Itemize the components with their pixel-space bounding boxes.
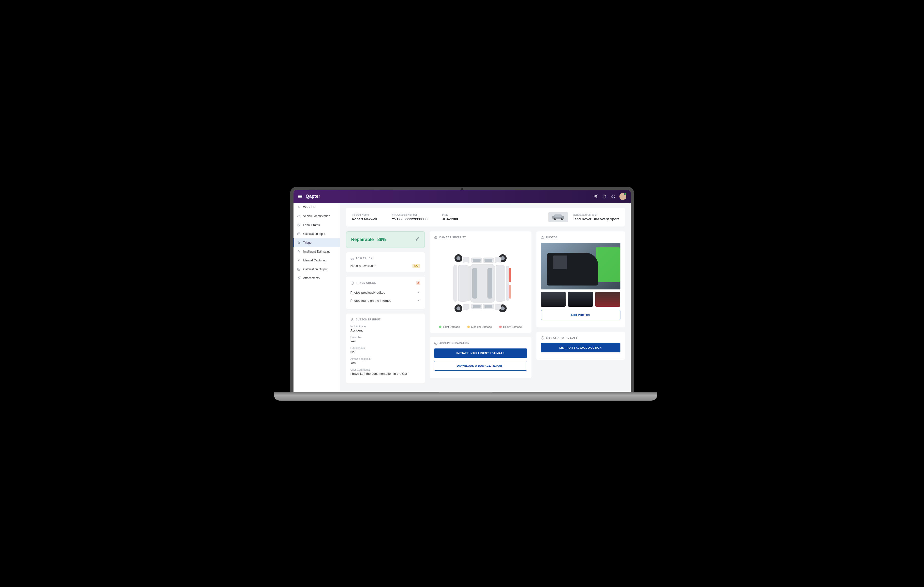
sidebar-item-label: Labour rates (303, 223, 320, 227)
svg-rect-22 (454, 265, 457, 301)
svg-rect-35 (473, 305, 480, 308)
ci-label: Airbag deployed? (350, 357, 420, 360)
person-icon (350, 318, 354, 321)
ci-value: I have Left the documentation in the Car (350, 372, 420, 375)
model-block: Manufacturer/Model Land Rover Discovery … (573, 213, 619, 221)
arrow-left-icon (297, 205, 301, 209)
accept-reparation-card: ACCEPT REPARATION INITIATE INTELLIGENT E… (430, 337, 531, 378)
car-icon (297, 214, 301, 218)
svg-rect-36 (485, 305, 492, 308)
laptop-camera (461, 188, 463, 190)
plate-block: Plate JBA-3388 (442, 213, 458, 221)
photo-main[interactable] (541, 243, 620, 289)
sidebar-item-triage[interactable]: Triage (294, 238, 340, 247)
sidebar-item-labour-rates[interactable]: Labour rates (294, 221, 340, 230)
sidebar-item-attachments[interactable]: Attachments (294, 274, 340, 283)
svg-point-12 (351, 319, 353, 320)
sidebar: Work List Vehicle Identification Labour … (294, 203, 340, 392)
svg-rect-32 (485, 259, 492, 262)
sidebar-item-label: Attachments (303, 276, 320, 280)
menu-icon[interactable] (298, 195, 302, 198)
damage-severity-card: DAMAGE SEVERITY (430, 231, 531, 333)
svg-rect-24 (472, 268, 477, 299)
shield-icon (350, 281, 354, 285)
send-icon[interactable] (592, 193, 599, 200)
svg-point-37 (434, 342, 437, 345)
sidebar-item-label: Vehicle Identification (303, 215, 330, 218)
customer-field: DriveableYes (350, 336, 420, 343)
damage-diagram[interactable] (434, 243, 527, 324)
initiate-estimate-button[interactable]: INITIATE INTELLIGENT ESTIMATE (434, 349, 527, 358)
sidebar-item-vehicle-identification[interactable]: Vehicle Identification (294, 212, 340, 221)
accept-header: ACCEPT REPARATION (439, 342, 470, 344)
tow-header: TOW TRUCK (356, 257, 373, 260)
chevron-down-icon (417, 290, 420, 294)
vehicle-header-card: Insured Name Robert Maxwell VIN/Chassis … (346, 208, 625, 227)
avatar[interactable] (619, 193, 626, 200)
legend-medium: Medium Damage (471, 325, 492, 328)
insured-value: Robert Maxwell (352, 217, 377, 221)
print-icon[interactable] (610, 193, 617, 200)
tow-question: Need a tow truck? (350, 264, 376, 268)
ci-value: No (350, 350, 420, 354)
sidebar-item-calculation-input[interactable]: Calculation Input (294, 230, 340, 238)
svg-rect-28 (509, 285, 511, 299)
svg-point-8 (561, 218, 563, 220)
checkmark-icon (434, 342, 437, 345)
add-photos-button[interactable]: ADD PHOTOS (541, 310, 620, 320)
tow-answer-pill[interactable]: NO (412, 264, 420, 268)
car-damage-icon (434, 236, 437, 239)
svg-point-19 (457, 306, 460, 310)
photos-card: PHOTOS ADD PHOTOS (536, 231, 625, 327)
sidebar-back[interactable]: Work List (294, 203, 340, 212)
ci-label: Liquid leaks (350, 347, 420, 349)
ci-value: Yes (350, 361, 420, 365)
svg-point-3 (299, 260, 299, 261)
ci-value: Yes (350, 339, 420, 343)
ci-label: Incident type (350, 325, 420, 328)
customer-field: User CommentsI have Left the documentati… (350, 368, 420, 375)
capture-icon (297, 258, 301, 262)
sidebar-item-intelligent-estimating[interactable]: Intelligent Estimating (294, 247, 340, 256)
svg-rect-31 (473, 259, 480, 262)
photo-thumb[interactable] (568, 292, 593, 307)
svg-point-15 (457, 256, 460, 260)
svg-rect-13 (434, 237, 437, 238)
photo-thumb[interactable] (541, 292, 566, 307)
camera-icon (541, 236, 544, 239)
sidebar-item-calculation-output[interactable]: Calculation Output (294, 265, 340, 274)
sidebar-item-label: Calculation Output (303, 268, 328, 271)
light-dot-icon (439, 326, 442, 328)
customer-field: Incident typeAccident (350, 325, 420, 332)
fraud-row-label: Photos previously edited (350, 291, 385, 294)
download-report-button[interactable]: DOWNLOAD A DAMAGE REPORT (434, 361, 527, 370)
sidebar-back-label: Work List (303, 206, 316, 209)
tow-truck-card: TOW TRUCK Need a tow truck? NO (346, 252, 425, 272)
fraud-row[interactable]: Photos previously edited (350, 288, 420, 297)
document-icon[interactable] (601, 193, 608, 200)
model-value: Land Rover Discovery Sport (573, 217, 619, 221)
customer-input-card: CUSTOMER INPUT Incident typeAccident Dri… (346, 314, 425, 384)
sidebar-item-label: Manual Capturing (303, 259, 327, 262)
ci-value: Accident (350, 329, 420, 332)
sidebar-item-label: Triage (303, 241, 312, 245)
svg-rect-25 (487, 268, 492, 299)
laptop-base (274, 392, 657, 400)
fraud-row[interactable]: Photos found on the internet (350, 297, 420, 305)
photo-thumb[interactable] (596, 292, 620, 307)
estimate-icon (297, 250, 301, 253)
output-icon (297, 267, 301, 271)
sidebar-item-manual-capturing[interactable]: Manual Capturing (294, 256, 340, 265)
fraud-row-label: Photos found on the internet (350, 299, 391, 303)
customer-field: Liquid leaksNo (350, 347, 420, 354)
sidebar-item-label: Calculation Input (303, 232, 325, 236)
svg-rect-9 (351, 258, 353, 259)
ci-label: Driveable (350, 336, 420, 339)
photos-header: PHOTOS (546, 236, 558, 239)
ci-label: User Comments (350, 368, 420, 371)
salvage-auction-button[interactable]: LIST FOR SALVAGE AUCTION (541, 343, 620, 352)
edit-icon[interactable] (416, 237, 419, 242)
plate-label: Plate (442, 213, 458, 216)
triage-icon (297, 241, 301, 245)
svg-point-17 (501, 256, 505, 260)
